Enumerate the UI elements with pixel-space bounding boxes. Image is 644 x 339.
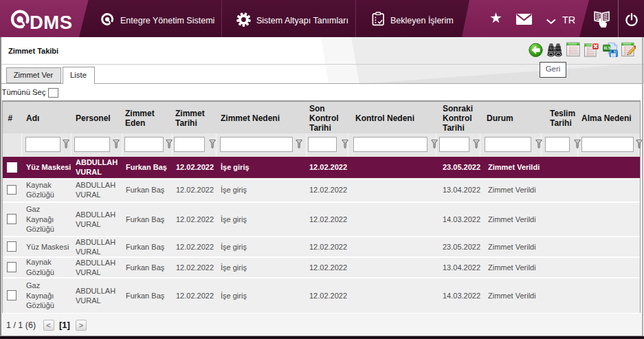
svg-text:XLS: XLS bbox=[603, 46, 611, 50]
